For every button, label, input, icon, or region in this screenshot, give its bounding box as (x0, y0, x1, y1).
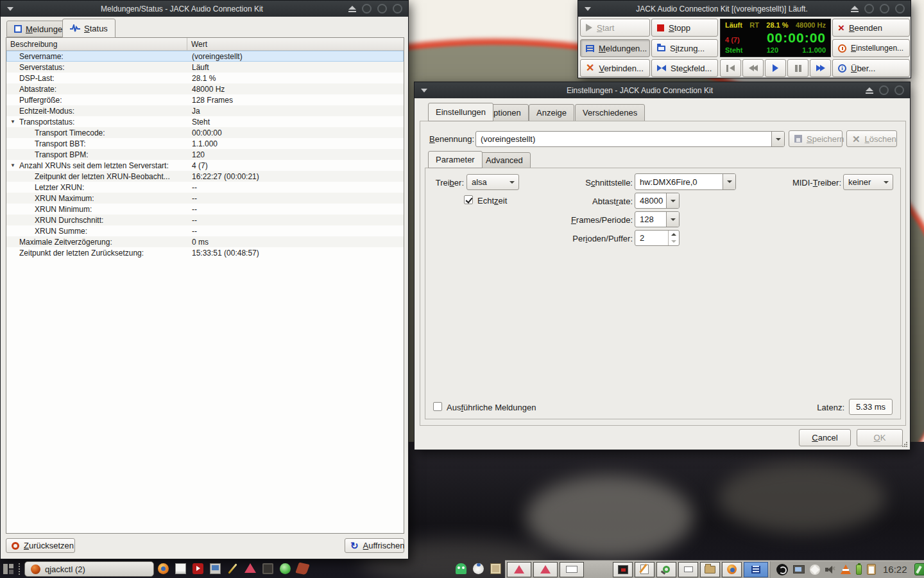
column-header-description[interactable]: Beschreibung (6, 38, 187, 50)
window-button-magnifier[interactable] (656, 562, 676, 577)
close-button[interactable] (894, 85, 904, 95)
table-row[interactable]: Zeitpunkt der letzten Zurücksetzung:15:3… (6, 247, 404, 258)
expander-icon[interactable]: ▼ (10, 119, 15, 125)
window-button-notes[interactable] (635, 562, 654, 577)
transport-play-button[interactable] (765, 59, 786, 77)
main-window-titlebar[interactable]: JACK Audio Connection Kit [(voreingestel… (578, 1, 911, 17)
quit-button[interactable]: × Beenden (832, 19, 910, 37)
cancel-button[interactable]: Cancel (799, 429, 851, 446)
samplerate-combobox[interactable]: 48000 (635, 193, 680, 209)
close-button[interactable] (393, 4, 402, 13)
window-button-terminal[interactable] (613, 562, 633, 577)
transport-pause-button[interactable] (787, 59, 809, 77)
tray-battery-icon[interactable] (856, 565, 862, 575)
transport-forward-button[interactable] (810, 59, 831, 77)
table-row[interactable]: Puffergröße:128 Frames (6, 94, 404, 105)
tab-einstellungen[interactable]: Einstellungen (428, 103, 493, 121)
tray-green-app-icon[interactable] (914, 563, 924, 575)
table-row[interactable]: Letzter XRUN:-- (6, 182, 404, 193)
realtime-checkbox[interactable] (464, 195, 473, 204)
interface-combobox[interactable]: hw:DMX6Fire,0 (635, 173, 736, 190)
minimize-button[interactable] (864, 4, 874, 13)
patchbay-button[interactable]: Steckfeld... (651, 59, 718, 77)
table-row[interactable]: Echtzeit-Modus:Ja (6, 105, 404, 116)
table-row[interactable]: DSP-Last:28.1 % (6, 73, 404, 83)
column-header-value[interactable]: Wert (187, 38, 404, 50)
save-preset-button[interactable]: Speichern (789, 130, 843, 147)
expander-icon[interactable]: ▼ (10, 162, 15, 168)
window-button-folder[interactable] (700, 562, 720, 577)
table-row[interactable]: Transport BBT:1.1.000 (6, 138, 404, 149)
frames-value[interactable]: 128 (635, 212, 666, 227)
shade-button[interactable] (866, 87, 873, 94)
spin-up-arrow[interactable] (669, 231, 679, 238)
table-row[interactable]: Maximale Zeitverzögerung:0 ms (6, 236, 404, 247)
window-button-triangle-2[interactable] (533, 562, 558, 577)
tray-monitor-icon[interactable] (793, 565, 805, 574)
triangle-app-icon[interactable] (244, 563, 256, 573)
samplerate-value[interactable]: 48000 (635, 193, 666, 208)
window-button-qjackctl-active[interactable] (744, 562, 768, 577)
refresh-button[interactable]: ↻ Auffrischen (345, 538, 404, 553)
about-button[interactable]: i Über... (832, 59, 910, 77)
window-button-plain-2[interactable] (678, 562, 698, 577)
window-button-firefox[interactable] (722, 562, 742, 577)
tray-a-icon[interactable] (776, 564, 788, 575)
tab-verschiedenes[interactable]: Verschiedenes (575, 104, 645, 121)
panel-handle[interactable] (19, 563, 20, 575)
resize-grip[interactable] (902, 441, 908, 448)
window-menu-icon[interactable] (585, 7, 591, 11)
table-row[interactable]: ▼Transportstatus:Steht (6, 116, 404, 127)
display-settings-icon[interactable] (210, 563, 221, 574)
reset-button[interactable]: Zurücksetzen (6, 538, 75, 553)
tab-parameter[interactable]: Parameter (428, 151, 483, 168)
shade-button[interactable] (348, 6, 356, 12)
table-row[interactable]: Zeitpunkt der letzten XRUN-Beobacht...16… (6, 171, 404, 182)
firefox-icon[interactable] (158, 563, 169, 574)
minimize-button[interactable] (362, 4, 372, 13)
preset-value[interactable]: (voreingestellt) (476, 132, 771, 146)
connect-button[interactable]: ✕ Verbinden... (580, 59, 650, 77)
transport-rewind-to-start-button[interactable] (720, 59, 741, 77)
session-button[interactable]: Sitzung... (651, 39, 718, 57)
table-row[interactable]: XRUN Summe:-- (6, 225, 404, 236)
tab-status[interactable]: Status (62, 19, 116, 38)
app-menu-icon[interactable] (3, 563, 15, 575)
table-row[interactable]: XRUN Durchschnitt:-- (6, 215, 404, 225)
table-row[interactable]: Transport BPM:120 (6, 149, 404, 160)
window-button-triangle-1[interactable] (507, 562, 531, 577)
periods-value[interactable]: 2 (635, 231, 668, 245)
status-display[interactable]: Läuft RT 28.1 % 48000 Hz 4 (7) 00:00:00 … (720, 19, 831, 57)
clock[interactable]: 16:22 (881, 564, 909, 575)
table-row[interactable]: Servername:(voreingestellt) (6, 51, 404, 62)
samplerate-dropdown-arrow[interactable] (666, 193, 679, 208)
interface-dropdown-arrow[interactable] (723, 174, 735, 189)
tray-vlc-icon[interactable] (841, 565, 851, 574)
maximize-button[interactable] (879, 85, 889, 95)
verbose-checkbox[interactable] (433, 402, 442, 411)
preset-combobox[interactable]: (voreingestellt) (475, 131, 785, 147)
window-menu-icon[interactable] (421, 89, 427, 92)
table-row[interactable]: Serverstatus:Läuft (6, 62, 404, 73)
dark-app-icon[interactable] (262, 563, 273, 574)
table-row[interactable]: Abtastrate:48000 Hz (6, 83, 404, 94)
status-window-titlebar[interactable]: Meldungen/Status - JACK Audio Connection… (1, 1, 408, 17)
driver-combobox[interactable]: alsa (466, 174, 519, 190)
maximize-button[interactable] (377, 4, 387, 13)
table-row[interactable]: XRUN Minimum:-- (6, 204, 404, 215)
spin-down-arrow[interactable] (669, 238, 679, 246)
pen-icon[interactable] (227, 563, 238, 574)
shade-button[interactable] (851, 6, 859, 12)
settings-window-titlebar[interactable]: Einstellungen - JACK Audio Connection Ki… (415, 82, 910, 98)
ball-app-icon[interactable] (473, 563, 484, 574)
tab-advanced[interactable]: Advanced (478, 152, 531, 168)
start-button[interactable]: Start (580, 19, 650, 37)
frames-combobox[interactable]: 128 (635, 211, 680, 227)
ribbon-app-icon[interactable] (295, 563, 310, 575)
tray-clipboard-icon[interactable] (867, 564, 876, 575)
ok-button[interactable]: OK (857, 429, 903, 446)
delete-preset-button[interactable]: ✕ Löschen (846, 130, 897, 147)
table-row[interactable]: ▼Anzahl XRUNs seit dem letzten Serversta… (6, 160, 404, 171)
tray-gear-icon[interactable] (810, 565, 820, 575)
window-menu-icon[interactable] (7, 7, 13, 11)
